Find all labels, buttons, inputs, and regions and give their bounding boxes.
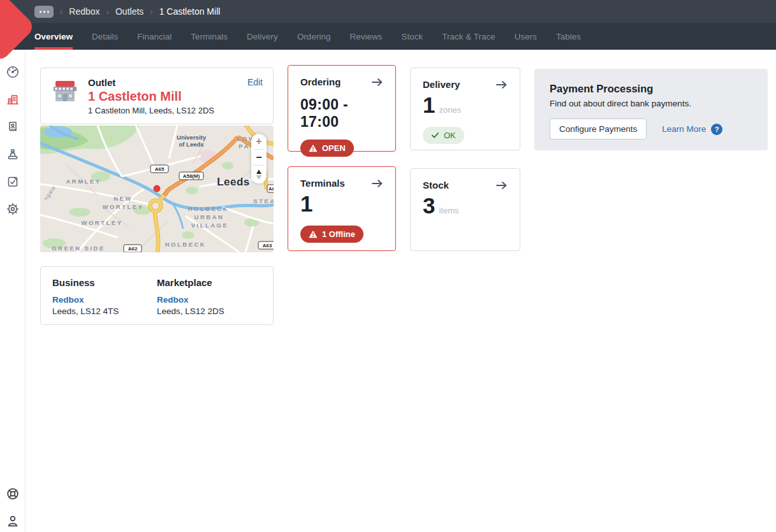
compass-north-icon [256,169,261,174]
warning-icon [309,230,318,238]
configure-payments-button[interactable]: Configure Payments [550,119,647,140]
outlet-name: 1 Castleton Mill [88,89,214,104]
outlets-buildings-icon[interactable] [6,92,20,106]
help-icon[interactable]: ? [711,124,722,135]
tab-terminals[interactable]: Terminals [191,23,228,50]
svg-text:WORTLEY: WORTLEY [103,203,144,210]
tab-reviews[interactable]: Reviews [349,23,382,50]
business-section: Business Redbox Leeds, LS12 4TS [52,277,157,314]
delivery-count: 1 [423,92,435,118]
svg-text:A65: A65 [155,166,165,172]
arrow-right-icon[interactable] [496,181,508,190]
business-marketplace-card: Business Redbox Leeds, LS12 4TS Marketpl… [40,266,274,325]
app-window: › Redbox › Outlets › 1 Castleton Mill Ov… [0,0,776,532]
road-shield-a65: A65 [150,165,168,173]
road-shield-a6-partial: A6 [267,185,274,192]
tab-users[interactable]: Users [515,23,537,50]
stock-unit: items [439,206,458,215]
chevron-right-icon: › [60,7,62,17]
till-register-icon[interactable] [6,147,20,161]
svg-text:URBAN: URBAN [194,213,224,220]
svg-text:A62: A62 [128,246,138,252]
map-zoom-in-button[interactable]: + [251,134,267,149]
marketplace-address: Leeds, LS12 2DS [157,306,261,316]
delivery-card[interactable]: Delivery 1 zones OK [410,68,520,150]
tab-list: Overview Details Financial Terminals Del… [34,23,581,50]
tab-tables[interactable]: Tables [556,23,581,50]
road-shield-a62: A62 [124,245,142,252]
svg-text:VILLAGE: VILLAGE [191,222,229,229]
delivery-unit: zones [439,105,461,115]
breadcrumb-item-current[interactable]: 1 Castleton Mill [159,6,221,17]
main-content: Outlet 1 Castleton Mill 1 Castleton Mill… [26,50,776,532]
terminals-status-badge: 1 Offline [300,226,363,243]
marketplace-link[interactable]: Redbox [157,295,261,305]
arrow-right-icon[interactable] [372,78,383,87]
outlet-location-map[interactable]: A65 A58(M) A62 A63 A6 [40,126,274,252]
dashboard-gauge-icon[interactable] [6,65,20,79]
stock-count: 3 [423,193,435,219]
breadcrumb: › Redbox › Outlets › 1 Castleton Mill [34,0,220,23]
storefront-icon [51,77,79,105]
ellipsis-menu-button[interactable] [34,6,54,18]
road-shield-a58m: A58(M) [179,172,203,180]
payment-title: Payment Processing [550,83,752,95]
chevron-right-icon: › [150,7,152,17]
marketplace-title: Marketplace [157,277,261,288]
chevron-right-icon: › [106,7,109,17]
learn-more-link[interactable]: Learn More [662,124,706,134]
tab-details[interactable]: Details [92,23,118,50]
tab-ordering[interactable]: Ordering [297,23,331,50]
ordering-card[interactable]: Ordering 09:00 - 17:00 OPEN [288,65,396,152]
tab-track-and-trace[interactable]: Track & Trace [442,23,495,50]
icon-sidebar [0,50,26,532]
breadcrumb-item-redbox[interactable]: Redbox [69,6,99,17]
support-lifering-icon[interactable] [6,487,20,501]
stock-card[interactable]: Stock 3 items [410,168,520,251]
tab-financial[interactable]: Financial [137,23,172,50]
outlet-summary-card: Outlet 1 Castleton Mill 1 Castleton Mill… [40,68,274,124]
outlet-address: 1 Castleton Mill, Leeds, LS12 2DS [88,106,214,115]
payment-description: Find out about direct bank payments. [550,99,752,108]
compass-south-icon [256,175,261,180]
svg-text:A63: A63 [263,243,272,248]
business-link[interactable]: Redbox [52,295,157,305]
outlet-label: Outlet [88,77,214,88]
map-label-armley: ARMLEY [66,178,101,185]
arrow-right-icon[interactable] [372,179,383,188]
marketplace-section: Marketplace Redbox Leeds, LS12 2DS [157,277,261,314]
stock-title: Stock [423,180,449,191]
map-label-steander: STEA [253,198,274,205]
ordering-status-badge: OPEN [300,140,354,157]
ordering-title: Ordering [300,76,340,87]
map-zoom-out-button[interactable]: − [251,150,267,165]
stock-package-icon[interactable] [6,175,20,189]
delivery-title: Delivery [423,79,460,90]
svg-text:A58(M): A58(M) [183,173,200,179]
map-compass-button[interactable] [251,166,267,183]
terminals-title: Terminals [300,178,345,189]
map-label-new-wortley: NEW [113,195,133,202]
tab-delivery[interactable]: Delivery [247,23,278,50]
receipt-icon[interactable] [6,120,20,134]
map-label-holbeck: HOLBECK [165,241,206,248]
payment-processing-panel: Payment Processing Find out about direct… [534,69,768,150]
map-label-university: University [177,134,207,141]
breadcrumb-item-outlets[interactable]: Outlets [115,6,143,17]
ordering-hours: 09:00 - 17:00 [300,96,383,131]
business-address: Leeds, LS12 4TS [52,306,157,316]
svg-text:of Leeds: of Leeds [179,141,203,148]
map-label-green-side: GREEN SIDE [52,245,105,252]
edit-outlet-link[interactable]: Edit [247,77,263,87]
tab-stock[interactable]: Stock [401,23,423,50]
map-marker-icon [154,185,160,192]
terminals-count: 1 [300,191,312,217]
map-label-holbeck-urban: HOLBECK [188,205,229,212]
terminals-card[interactable]: Terminals 1 1 Offline [288,166,396,251]
svg-text:A6: A6 [268,186,274,192]
arrow-right-icon[interactable] [496,80,508,89]
settings-gear-icon[interactable] [6,202,20,216]
business-title: Business [52,277,157,288]
map-label-leeds: Leeds [217,176,250,188]
account-person-icon[interactable] [6,514,20,528]
